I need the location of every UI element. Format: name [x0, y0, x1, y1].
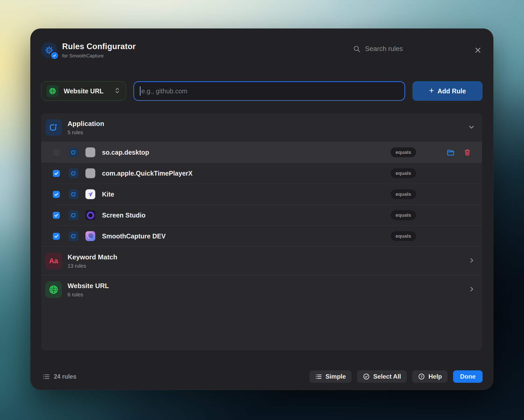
- done-label: Done: [460, 373, 476, 380]
- rule-checkbox[interactable]: [53, 170, 60, 177]
- rule-checkbox[interactable]: [53, 212, 60, 219]
- app-icon-screen-studio: [85, 210, 95, 220]
- rule-checkbox[interactable]: [53, 191, 60, 198]
- row-actions: [416, 148, 482, 156]
- application-type-icon: [69, 147, 78, 157]
- checkmark-icon: [54, 213, 59, 218]
- add-rule-button[interactable]: + Add Rule: [412, 81, 483, 101]
- help-label: Help: [428, 373, 442, 380]
- operator-badge: equals: [391, 189, 416, 199]
- application-type-icon: [69, 231, 78, 241]
- rules-configurator-window: Rules Configurator for SmoothCapture Sea…: [30, 28, 493, 390]
- operator-badge: equals: [391, 231, 416, 241]
- rule-label: so.cap.desktop: [102, 149, 149, 156]
- rule-builder-toolbar: Website URL e.g., github.com + Add Rule: [41, 81, 483, 101]
- rule-label: Kite: [102, 191, 114, 198]
- trash-icon: [463, 148, 471, 156]
- app-icon-placeholder: [85, 147, 95, 157]
- search-placeholder: Search rules: [365, 45, 403, 53]
- group-header-application[interactable]: Application 5 rules: [41, 113, 482, 142]
- select-all-button[interactable]: Select All: [357, 370, 407, 383]
- page-subtitle: for SmoothCapture: [62, 53, 136, 59]
- group-rule-count: 5 rules: [68, 130, 104, 136]
- window-titles: Rules Configurator for SmoothCapture: [62, 42, 136, 59]
- check-circle-icon: [363, 373, 370, 380]
- rule-row-quicktime[interactable]: com.apple.QuickTimePlayerX equals: [41, 163, 482, 184]
- operator-badge: equals: [391, 147, 416, 157]
- delete-rule-button[interactable]: [463, 148, 471, 156]
- rule-label: com.apple.QuickTimePlayerX: [102, 170, 193, 177]
- rule-row-smoothcapture-dev[interactable]: SmoothCapture DEV equals: [41, 226, 482, 246]
- rule-label: Screen Studio: [102, 212, 145, 219]
- keyword-match-group-icon: Aa: [45, 253, 62, 269]
- rule-row-kite[interactable]: Kite equals: [41, 184, 482, 205]
- operator-badge: equals: [391, 168, 416, 178]
- group-header-keyword-match[interactable]: Aa Keyword Match 13 rules: [41, 247, 482, 275]
- checkmark-icon: [54, 171, 59, 176]
- check-badge-icon: [51, 52, 58, 59]
- simple-view-button[interactable]: Simple: [309, 370, 352, 383]
- rule-row-so-cap-desktop[interactable]: so.cap.desktop equals: [41, 142, 482, 163]
- website-url-group-icon: [45, 281, 62, 298]
- group-title: Application: [68, 120, 104, 128]
- question-circle-icon: ?: [418, 373, 425, 380]
- chevron-right-icon: [468, 257, 475, 265]
- application-type-icon: [69, 168, 78, 178]
- chevron-updown-icon: [114, 87, 121, 95]
- reveal-in-folder-button[interactable]: [447, 148, 455, 156]
- list-icon: [42, 373, 50, 380]
- window-header: Rules Configurator for SmoothCapture Sea…: [41, 41, 482, 59]
- group-title: Keyword Match: [68, 253, 117, 261]
- checkmark-icon: [54, 234, 59, 239]
- application-type-icon: [69, 189, 78, 199]
- plus-icon: +: [429, 86, 434, 95]
- list-icon: [315, 373, 322, 380]
- done-button[interactable]: Done: [453, 370, 483, 383]
- help-button[interactable]: ? Help: [412, 370, 448, 383]
- aa-glyph: Aa: [49, 257, 58, 265]
- operator-badge: equals: [391, 210, 416, 220]
- globe-icon: [47, 85, 59, 97]
- rule-value-placeholder: e.g., github.com: [141, 87, 187, 95]
- rule-value-input[interactable]: e.g., github.com: [133, 81, 405, 101]
- window-footer: 24 rules Simple: [41, 370, 483, 383]
- text-caret: [140, 86, 141, 96]
- rules-list: Application 5 rules so.cap.desktop equal…: [41, 113, 482, 350]
- select-all-label: Select All: [373, 373, 401, 380]
- group-rule-count: 13 rules: [68, 263, 117, 269]
- group-header-website-url[interactable]: Website URL 6 rules: [41, 275, 482, 304]
- add-rule-label: Add Rule: [438, 87, 466, 95]
- svg-text:?: ?: [420, 375, 423, 379]
- app-logo: [41, 42, 57, 58]
- application-group-icon: [45, 119, 62, 136]
- rule-checkbox[interactable]: [53, 149, 60, 156]
- search-icon: [353, 45, 361, 53]
- close-icon: [474, 47, 482, 54]
- application-type-icon: [69, 210, 78, 220]
- chevron-right-icon: [468, 286, 475, 294]
- page-title: Rules Configurator: [62, 42, 136, 51]
- folder-icon: [447, 148, 455, 156]
- total-rules-label: 24 rules: [54, 373, 76, 380]
- simple-label: Simple: [325, 373, 346, 380]
- app-icon-smoothcapture-dev: [85, 231, 95, 241]
- rule-type-selector[interactable]: Website URL: [41, 81, 126, 101]
- search-rules-field[interactable]: Search rules: [353, 45, 403, 53]
- checkmark-icon: [54, 192, 59, 197]
- group-rule-count: 6 rules: [68, 292, 109, 298]
- rule-type-selected-value: Website URL: [64, 87, 104, 95]
- footer-buttons: Simple Select All ? Help: [309, 370, 483, 383]
- chevron-down-icon: [468, 123, 475, 132]
- rule-label: SmoothCapture DEV: [102, 233, 166, 240]
- rule-row-screen-studio[interactable]: Screen Studio equals: [41, 205, 482, 226]
- close-button[interactable]: [474, 46, 482, 54]
- group-title: Website URL: [68, 282, 109, 290]
- rule-checkbox[interactable]: [53, 233, 60, 240]
- total-rules-count: 24 rules: [42, 373, 76, 380]
- app-icon-placeholder: [85, 168, 95, 178]
- desktop-wallpaper: Rules Configurator for SmoothCapture Sea…: [0, 0, 524, 420]
- app-icon-kite: [85, 189, 95, 199]
